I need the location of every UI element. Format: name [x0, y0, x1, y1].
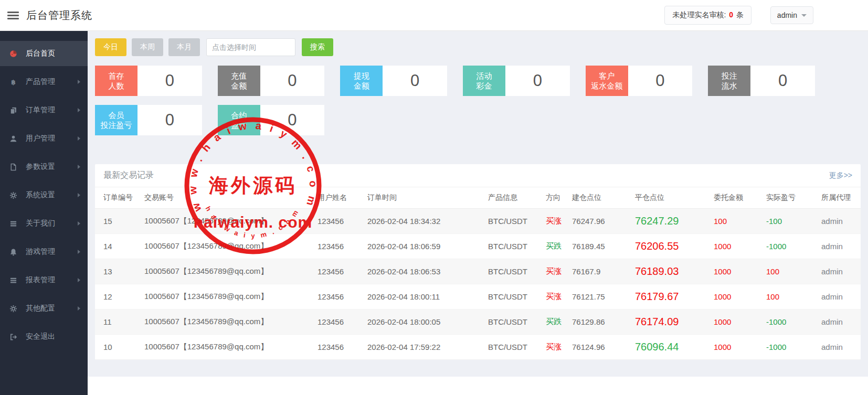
table-row: 1210005607【123456789@qq.com】1234562026-0…: [95, 284, 861, 309]
column-header: 用户姓名: [314, 187, 364, 209]
cell-open-point: 76167.9: [569, 259, 632, 284]
cell-order-time: 2026-02-04 18:06:59: [364, 234, 485, 259]
cell-product: BTC/USDT: [485, 335, 543, 360]
user-icon: [9, 135, 19, 143]
cell-account: 10005607【123456789@qq.com】: [141, 335, 314, 360]
stat-card-label: 首存人数: [95, 66, 137, 96]
cell-account: 10005607【123456789@qq.com】: [141, 234, 314, 259]
cell-close-point: 76174.09: [632, 309, 711, 335]
column-header: 实际盈亏: [763, 187, 818, 209]
chevron-right-icon: [78, 250, 80, 254]
cell-order-id: 15: [95, 209, 141, 234]
stat-card-value: 0: [628, 66, 693, 96]
admin-username: admin: [777, 11, 797, 19]
cell-open-point: 76247.96: [569, 209, 632, 234]
cell-direction: 买涨: [543, 335, 569, 360]
search-button[interactable]: 搜索: [302, 38, 333, 56]
sidebar-item-用户管理[interactable]: 用户管理: [0, 126, 88, 151]
table-header-row: 订单编号交易账号用户姓名订单时间产品信息方向建仓点位平仓点位委托金额实际盈亏所属…: [95, 187, 861, 209]
filter-bar: 今日 本周 本月 搜索: [95, 38, 861, 56]
cell-amount: 100: [711, 209, 763, 234]
cell-amount: 1000: [711, 259, 763, 284]
sidebar-item-订单管理[interactable]: 订单管理: [0, 98, 88, 123]
sidebar-item-游戏管理[interactable]: 游戏管理: [0, 239, 88, 264]
cell-pnl: 100: [763, 284, 818, 309]
stat-card-value: 0: [137, 105, 202, 135]
chevron-right-icon: [78, 306, 80, 311]
audit-badge[interactable]: 未处理实名审核: 0 条: [664, 6, 751, 25]
sidebar-item-参数设置[interactable]: 参数设置: [0, 154, 88, 179]
cell-close-point: 76247.29: [632, 209, 711, 234]
cell-order-id: 10: [95, 335, 141, 360]
bell-icon: [9, 248, 19, 256]
sidebar-item-报表管理[interactable]: 报表管理: [0, 268, 88, 293]
sidebar: 后台首页 ฿ 产品管理 订单管理 用户管理 参数设置 系统设置 关于我们: [0, 31, 88, 395]
today-button[interactable]: 今日: [95, 38, 126, 56]
cell-order-time: 2026-02-04 18:00:05: [364, 309, 485, 335]
column-header: 方向: [543, 187, 569, 209]
cell-pnl: 100: [763, 259, 818, 284]
sidebar-item-产品管理[interactable]: ฿ 产品管理: [0, 69, 88, 94]
cell-order-time: 2026-02-04 18:00:11: [364, 284, 485, 309]
stat-card-label: 投注流水: [708, 66, 750, 96]
stat-card-label: 客户返水金额: [586, 66, 628, 96]
cell-user-name: 123456: [314, 234, 364, 259]
stat-card: 提现金额 0: [340, 66, 447, 96]
stat-cards: 首存人数 0 充值金额 0 提现金额 0 活动彩金 0 客户返水金额 0 投注流…: [95, 66, 815, 135]
stat-card-label: 合约盈亏: [218, 105, 260, 135]
topbar: 后台管理系统 未处理实名审核: 0 条 admin: [0, 0, 868, 31]
cell-agent: admin: [818, 284, 861, 309]
month-button[interactable]: 本月: [168, 38, 200, 56]
column-header: 平仓点位: [632, 187, 711, 209]
gear-icon: [9, 305, 19, 313]
sidebar-item-后台首页[interactable]: 后台首页: [0, 41, 88, 66]
hamburger-menu-icon[interactable]: [7, 10, 19, 21]
sidebar-item-label: 订单管理: [26, 105, 55, 115]
table-row: 1110005607【123456789@qq.com】1234562026-0…: [95, 309, 861, 335]
stat-card-label: 会员投注盈亏: [95, 105, 137, 135]
stat-card: 会员投注盈亏 0: [95, 105, 202, 135]
chevron-right-icon: [78, 136, 80, 141]
table-row: 1310005607【123456789@qq.com】1234562026-0…: [95, 259, 861, 284]
cell-pnl: -100: [763, 209, 818, 234]
sidebar-item-label: 游戏管理: [26, 247, 55, 257]
date-range-input[interactable]: [206, 38, 295, 56]
cell-order-id: 13: [95, 259, 141, 284]
cell-direction: 买跌: [543, 234, 569, 259]
cell-amount: 1000: [711, 234, 763, 259]
app-title: 后台管理系统: [26, 8, 92, 23]
bitcoin-icon: ฿: [9, 78, 19, 86]
cell-open-point: 76121.75: [569, 284, 632, 309]
cell-direction: 买涨: [543, 259, 569, 284]
more-link[interactable]: 更多>>: [829, 171, 852, 180]
sidebar-item-关于我们[interactable]: 关于我们: [0, 211, 88, 236]
cell-pnl: -1000: [763, 335, 818, 360]
cell-order-time: 2026-02-04 17:59:22: [364, 335, 485, 360]
cell-open-point: 76129.86: [569, 309, 632, 335]
cell-close-point: 76096.44: [632, 335, 711, 360]
table-row: 1010005607【123456789@qq.com】1234562026-0…: [95, 335, 861, 360]
cell-amount: 1000: [711, 335, 763, 360]
gears-icon: [9, 191, 19, 199]
sidebar-item-系统设置[interactable]: 系统设置: [0, 183, 88, 208]
cell-order-id: 12: [95, 284, 141, 309]
chevron-right-icon: [78, 221, 80, 226]
cell-user-name: 123456: [314, 335, 364, 360]
cell-order-id: 11: [95, 309, 141, 335]
sidebar-item-其他配置[interactable]: 其他配置: [0, 296, 88, 321]
cell-product: BTC/USDT: [485, 309, 543, 335]
cell-user-name: 123456: [314, 284, 364, 309]
stat-card: 充值金额 0: [218, 66, 325, 96]
chevron-right-icon: [78, 193, 80, 197]
week-button[interactable]: 本周: [132, 38, 163, 56]
audit-count: 0: [728, 10, 734, 19]
cell-account: 10005607【123456789@qq.com】: [141, 309, 314, 335]
chevron-right-icon: [78, 108, 80, 112]
column-header: 委托金额: [711, 187, 763, 209]
sidebar-item-安全退出[interactable]: 安全退出: [0, 324, 88, 349]
trades-table: 订单编号交易账号用户姓名订单时间产品信息方向建仓点位平仓点位委托金额实际盈亏所属…: [95, 187, 861, 360]
sidebar-item-label: 产品管理: [26, 77, 55, 87]
admin-dropdown[interactable]: admin: [770, 6, 813, 24]
column-header: 建仓点位: [569, 187, 632, 209]
cell-close-point: 76206.55: [632, 234, 711, 259]
